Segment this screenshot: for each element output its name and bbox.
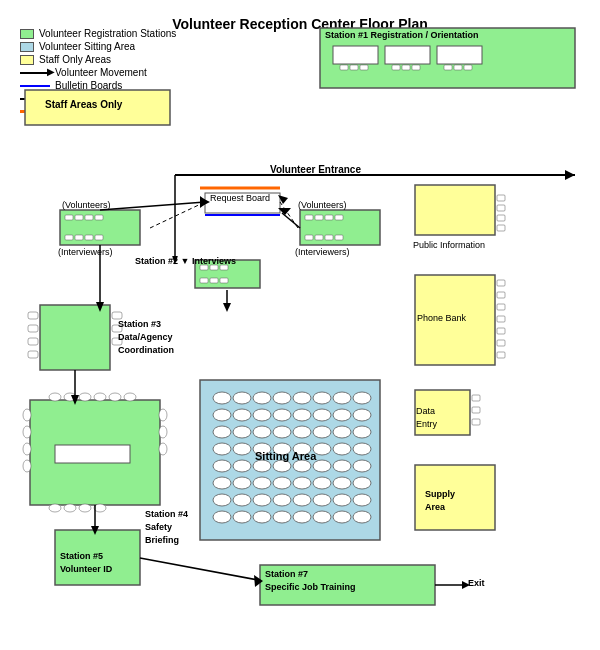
svg-point-84 <box>213 443 231 455</box>
svg-point-76 <box>213 426 231 438</box>
svg-rect-13 <box>65 215 73 220</box>
svg-point-73 <box>313 409 331 421</box>
svg-point-58 <box>94 504 106 512</box>
svg-point-51 <box>23 460 31 472</box>
interviewers-left-label: (Interviewers) <box>58 247 113 257</box>
svg-rect-25 <box>305 235 313 240</box>
svg-rect-16 <box>95 215 103 220</box>
data-entry-label: DataEntry <box>416 405 437 431</box>
station2-label: Station #2 ▼ Interviews <box>135 256 236 266</box>
svg-rect-19 <box>85 235 93 240</box>
svg-rect-27 <box>325 235 333 240</box>
svg-point-49 <box>23 426 31 438</box>
svg-rect-34 <box>220 278 228 283</box>
svg-rect-3 <box>340 65 348 70</box>
interviewers-right-label: (Interviewers) <box>295 247 350 257</box>
station7-label: Station #7Specific Job Training <box>265 568 356 594</box>
svg-point-67 <box>353 392 371 404</box>
svg-point-120 <box>293 511 311 523</box>
svg-point-62 <box>253 392 271 404</box>
svg-point-44 <box>79 393 91 401</box>
svg-rect-130 <box>497 304 505 310</box>
svg-point-60 <box>213 392 231 404</box>
svg-point-63 <box>273 392 291 404</box>
supply-area-label: SupplyArea <box>425 488 455 514</box>
svg-rect-134 <box>497 352 505 358</box>
svg-point-74 <box>333 409 351 421</box>
floor-plan: Volunteer Reception Center Floor Plan Vo… <box>0 0 600 650</box>
svg-rect-1 <box>385 46 430 64</box>
svg-point-68 <box>213 409 231 421</box>
svg-rect-131 <box>497 316 505 322</box>
svg-rect-128 <box>497 280 505 286</box>
svg-point-55 <box>49 504 61 512</box>
svg-point-104 <box>293 477 311 489</box>
request-board-label: Request Board <box>210 193 270 203</box>
svg-point-111 <box>273 494 291 506</box>
svg-point-81 <box>313 426 331 438</box>
svg-point-118 <box>253 511 271 523</box>
svg-point-56 <box>64 504 76 512</box>
svg-point-69 <box>233 409 251 421</box>
svg-rect-129 <box>497 292 505 298</box>
svg-point-57 <box>79 504 91 512</box>
svg-rect-6 <box>392 65 400 70</box>
public-info-label: Public Information <box>413 240 485 250</box>
volunteers-left-label: (Volunteers) <box>62 200 111 210</box>
svg-point-112 <box>293 494 311 506</box>
svg-rect-24 <box>335 215 343 220</box>
station4-label: Station #4SafetyBriefing <box>145 508 188 547</box>
svg-point-53 <box>159 426 167 438</box>
svg-marker-142 <box>223 303 231 312</box>
sitting-area-label: Sitting Area <box>255 450 316 462</box>
svg-rect-7 <box>402 65 410 70</box>
svg-point-103 <box>273 477 291 489</box>
svg-point-116 <box>213 511 231 523</box>
svg-point-48 <box>23 409 31 421</box>
svg-point-93 <box>233 460 251 472</box>
svg-point-122 <box>333 511 351 523</box>
svg-rect-133 <box>497 340 505 346</box>
svg-rect-35 <box>28 312 38 319</box>
svg-rect-5 <box>360 65 368 70</box>
svg-rect-22 <box>315 215 323 220</box>
svg-point-80 <box>293 426 311 438</box>
svg-point-99 <box>353 460 371 472</box>
svg-point-70 <box>253 409 271 421</box>
svg-point-109 <box>233 494 251 506</box>
svg-point-123 <box>353 511 371 523</box>
svg-point-117 <box>233 511 251 523</box>
svg-rect-28 <box>335 235 343 240</box>
svg-rect-8 <box>412 65 420 70</box>
svg-rect-10 <box>454 65 462 70</box>
svg-point-46 <box>109 393 121 401</box>
svg-point-66 <box>333 392 351 404</box>
svg-point-90 <box>333 443 351 455</box>
station3-label: Station #3 Data/Agency Coordination <box>118 318 174 357</box>
exit-label: Exit <box>468 578 485 588</box>
svg-rect-125 <box>497 205 505 211</box>
svg-point-110 <box>253 494 271 506</box>
svg-rect-20 <box>95 235 103 240</box>
svg-point-45 <box>94 393 106 401</box>
phone-bank-label: Phone Bank <box>417 313 466 323</box>
svg-point-71 <box>273 409 291 421</box>
svg-rect-17 <box>65 235 73 240</box>
svg-point-100 <box>213 477 231 489</box>
svg-point-119 <box>273 511 291 523</box>
svg-point-82 <box>333 426 351 438</box>
svg-point-107 <box>353 477 371 489</box>
svg-rect-132 <box>497 328 505 334</box>
svg-rect-37 <box>28 338 38 345</box>
svg-rect-137 <box>472 419 480 425</box>
svg-point-77 <box>233 426 251 438</box>
svg-rect-32 <box>200 278 208 283</box>
svg-point-83 <box>353 426 371 438</box>
svg-point-102 <box>253 477 271 489</box>
svg-point-108 <box>213 494 231 506</box>
svg-point-50 <box>23 443 31 455</box>
svg-point-115 <box>353 494 371 506</box>
svg-line-147 <box>100 202 205 210</box>
svg-point-106 <box>333 477 351 489</box>
svg-rect-136 <box>472 407 480 413</box>
